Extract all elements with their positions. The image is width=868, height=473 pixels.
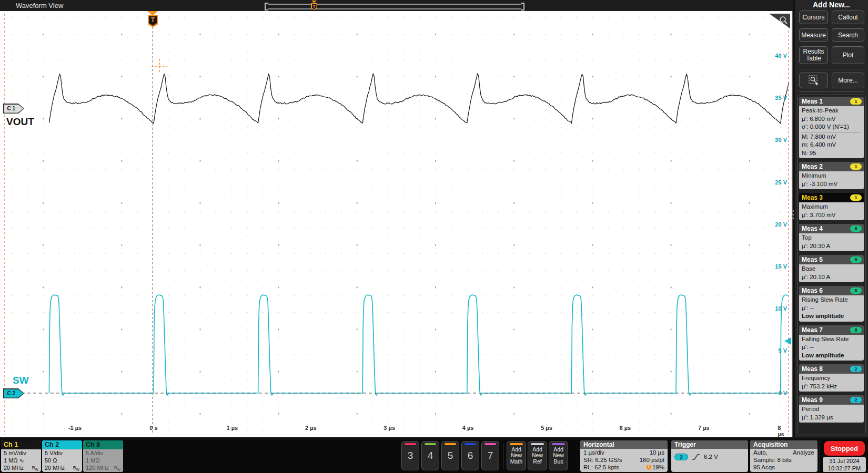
channel-setting-text: 50 Ω — [45, 457, 57, 464]
channel-4-button[interactable]: 4 — [421, 441, 439, 470]
measurement-stat-line: m: 6.400 mV — [802, 141, 861, 149]
channel-setting-text: 5 V/div — [45, 449, 63, 457]
add-new-heading: Add New... — [795, 1, 868, 9]
horizontal-value: 160 ps/pt — [640, 456, 664, 464]
more-button[interactable]: More... — [832, 73, 864, 88]
add-new-search-button[interactable]: Search — [832, 28, 864, 42]
add-new-bus-button[interactable]: AddNewBus — [549, 441, 568, 470]
channel1-handle[interactable]: C 1 — [3, 104, 24, 114]
channel2-handle[interactable]: C 2 — [3, 388, 24, 398]
oscilloscope-app: Waveform View T 40 V35 V30 V25 V20 V15 V… — [0, 0, 868, 473]
button-color-stripe — [552, 443, 565, 445]
t-axis-label: 0 s — [149, 425, 157, 431]
v-axis-label: 30 V — [775, 137, 787, 143]
channel-color-stripe — [465, 443, 476, 445]
channel-badge-ch1[interactable]: Ch 15 mV/div1 MΩ ∿20 MHzBW — [1, 440, 41, 472]
measurement-header[interactable]: Meas 58 — [799, 255, 864, 264]
acquisition-value-right: Analyze — [793, 449, 814, 456]
horizontal-value-right: 160 ps/pt — [640, 456, 664, 464]
v-axis-label: 0 V — [778, 390, 787, 396]
measurement-source-badge: 8 — [850, 327, 862, 333]
channel-setting-text: 5 mV/div — [4, 449, 26, 457]
measurement-body: Topµ': 20.30 A — [799, 233, 864, 251]
add-new-measure-button[interactable]: Measure — [799, 28, 828, 42]
channel-6-button[interactable]: 6 — [461, 441, 479, 470]
channel-setting: 1 MΩ — [86, 457, 120, 464]
channel-badge-header: Ch 2 — [42, 440, 82, 449]
channel-3-button[interactable]: 3 — [401, 441, 419, 470]
channel-badge-rows: 5 mV/div1 MΩ ∿20 MHzBW — [1, 449, 41, 472]
sidebar-splitter[interactable]: ••• — [792, 209, 794, 220]
divider — [799, 91, 864, 92]
divider — [820, 441, 820, 471]
bandwidth-limit-icon: BW — [114, 464, 120, 472]
right-sidebar: Add New... CursorsCalloutMeasureSearchRe… — [795, 0, 868, 437]
plot-area[interactable]: 40 V35 V30 V25 V20 V15 V10 V5 V0 V -1 µs… — [0, 11, 793, 437]
measurement-header[interactable]: Meas 92 — [799, 395, 864, 405]
measurement-card[interactable]: Meas 58Baseµ': 20.10 A — [799, 255, 864, 282]
run-stop-button[interactable]: Stopped — [824, 441, 865, 456]
channel-5-button[interactable]: 5 — [441, 441, 459, 470]
vout-trace-label: VOUT — [6, 116, 34, 128]
t-axis-label: 8 µs — [778, 425, 787, 437]
measurement-line: Peak-to-Peak — [802, 107, 861, 115]
channel-badge-ch2[interactable]: Ch 25 V/div50 Ω20 MHzBW — [42, 440, 82, 472]
measurement-header[interactable]: Meas 31 — [799, 193, 864, 202]
channel-setting: 120 MHzBW — [86, 464, 120, 472]
magnifier-selection-icon — [808, 75, 820, 86]
measurement-card[interactable]: Meas 78Falling Slew Rateµ': --Low amplit… — [799, 325, 864, 361]
bandwidth-limit-icon: BW — [73, 464, 79, 472]
divider — [503, 444, 503, 469]
record-view-minimap[interactable]: T — [265, 3, 524, 9]
measurement-card[interactable]: Meas 11Peak-to-Peakµ': 6.800 mVσ': 0.000… — [799, 97, 864, 158]
measurement-card[interactable]: Meas 31Maximumµ': 3.700 mV — [799, 193, 864, 220]
measurement-line: µ': 753.2 kHz — [802, 383, 861, 391]
horizontal-value-right: 10 µs — [650, 449, 664, 456]
add-new-callout-button[interactable]: Callout — [832, 11, 864, 24]
add-new-ref-button[interactable]: AddNewRef — [528, 441, 547, 470]
zoom-select-button[interactable] — [799, 73, 828, 88]
channel-badge-ch8[interactable]: Ch 85 A/div1 MΩ120 MHzBW — [83, 440, 123, 472]
measurement-body: Frequencyµ': 753.2 kHz — [799, 374, 864, 392]
measurement-header[interactable]: Meas 11 — [799, 97, 864, 106]
measurement-card[interactable]: Meas 68Rising Slew Rateµ': --Low amplitu… — [799, 286, 864, 322]
add-new-cursors-button[interactable]: Cursors — [799, 11, 828, 24]
trigger-panel[interactable]: Trigger 2 6.2 V — [671, 440, 748, 472]
measurement-card[interactable]: Meas 92Periodµ': 1.329 µs — [799, 395, 864, 423]
button-color-stripe — [510, 443, 523, 445]
acquisition-panel[interactable]: Acquisition Auto,AnalyzeSample: 8 bits95… — [750, 440, 817, 472]
bottom-bar: Ch 15 mV/div1 MΩ ∿20 MHzBWCh 25 V/div50 … — [0, 439, 868, 473]
measurement-header[interactable]: Meas 78 — [799, 325, 864, 335]
trigger-source-badge: 2 — [674, 454, 688, 460]
add-new-plot-button[interactable]: Plot — [832, 46, 864, 64]
waveform-traces — [0, 11, 792, 437]
channel-setting-text: 20 MHz — [4, 464, 24, 472]
trigger-level-arrow[interactable] — [784, 337, 791, 345]
measurement-header[interactable]: Meas 82 — [799, 364, 864, 374]
measurement-header[interactable]: Meas 48 — [799, 224, 864, 233]
measurement-line: Base — [802, 265, 861, 273]
horizontal-panel[interactable]: Horizontal 1 µs/div10 µsSR: 6.25 GS/s160… — [580, 440, 668, 472]
measurement-body: Baseµ': 20.10 A — [799, 264, 864, 282]
measurement-header[interactable]: Meas 68 — [799, 286, 864, 295]
measurement-stat-line: N: 95 — [802, 149, 861, 158]
measurement-source-badge: 1 — [850, 163, 862, 170]
measurement-card[interactable]: Meas 48Topµ': 20.30 A — [799, 224, 864, 251]
measurement-card[interactable]: Meas 21Minimumµ': -3.100 mV — [799, 162, 864, 189]
measurement-card[interactable]: Meas 82Frequencyµ': 753.2 kHz — [799, 364, 864, 392]
measurement-header[interactable]: Meas 21 — [799, 162, 864, 171]
trigger-position-arrow-icon — [147, 11, 158, 16]
measurement-line: Maximum — [802, 203, 861, 211]
channel-7-button[interactable]: 7 — [481, 441, 499, 470]
measurement-line: Rising Slew Rate — [802, 296, 861, 304]
acquisition-row: Auto,Analyze — [753, 449, 814, 456]
add-new-math-button[interactable]: AddNewMath — [507, 441, 526, 470]
acquisition-row: Sample: 8 bits — [753, 456, 814, 464]
horizontal-value: 10 µs — [650, 449, 664, 456]
channel-setting: 20 MHzBW — [45, 464, 79, 472]
horizontal-row: RL: 62.5 kptsT19% — [583, 464, 664, 471]
add-new-results-table-button[interactable]: Results Table — [799, 46, 828, 64]
horizontal-value: 19% — [652, 464, 664, 471]
sw-trace-label: SW — [13, 375, 29, 386]
horizontal-value: RL: 62.5 kpts — [583, 464, 619, 471]
